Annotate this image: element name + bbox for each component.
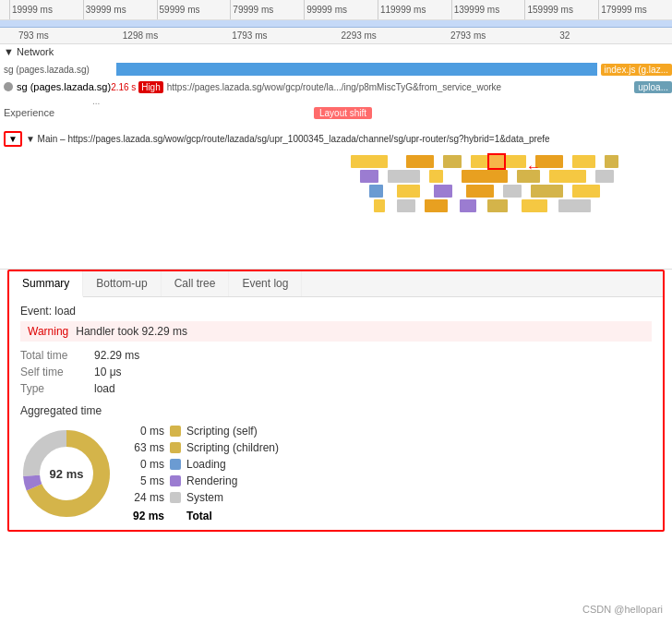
legend-name-4: System: [186, 491, 223, 504]
flame-block[interactable]: [460, 199, 476, 212]
type-val: load: [94, 382, 115, 395]
flame-block[interactable]: [531, 185, 563, 198]
request-url: https://pages.lazada.sg/wow/gcp/route/la…: [167, 82, 630, 92]
flame-block[interactable]: [434, 185, 452, 198]
total-value: 92 ms: [127, 510, 164, 522]
warning-label: Warning: [28, 325, 68, 338]
flame-block[interactable]: [425, 199, 448, 212]
selected-block[interactable]: [487, 153, 506, 170]
flame-block[interactable]: [572, 155, 595, 168]
legend-item-1: 63 ms Scripting (children): [127, 441, 279, 454]
legend-item-0: 0 ms Scripting (self): [127, 425, 279, 438]
tab-call-tree[interactable]: Call tree: [162, 271, 230, 296]
total-label: Total: [186, 510, 212, 522]
flame-block[interactable]: [549, 170, 586, 183]
legend-name-1: Scripting (children): [186, 441, 279, 454]
flame-block[interactable]: [360, 170, 378, 183]
ruler-tick: 19999 ms: [9, 0, 83, 20]
flame-block[interactable]: [374, 199, 385, 212]
timeline-header: 19999 ms 39999 ms 59999 ms 79999 ms 9999…: [0, 0, 672, 20]
legend-name-0: Scripting (self): [186, 425, 258, 438]
selection-bar: [0, 20, 672, 28]
upload-badge: uploa...: [634, 81, 672, 93]
self-time-val: 10 μs: [94, 366, 122, 378]
main-label: ▼ Main – https://pages.lazada.sg/wow/gcp…: [26, 134, 550, 144]
tab-event-log[interactable]: Event log: [229, 271, 302, 296]
aggregated-section: Aggregated time: [20, 404, 652, 522]
ruler-tick: 79999 ms: [230, 0, 304, 20]
self-time-key: Self time: [20, 366, 94, 378]
total-time-val: 92.29 ms: [94, 349, 139, 362]
sg-label: sg (pages.lazada.sg): [4, 65, 114, 75]
collapse-indicator[interactable]: ▼: [4, 131, 22, 147]
legend-item-3: 5 ms Rendering: [127, 474, 279, 487]
flame-block[interactable]: [517, 170, 540, 183]
legend-name-3: Rendering: [186, 474, 237, 487]
self-time-row: Self time 10 μs: [20, 366, 652, 378]
bottom-panel: Summary Bottom-up Call tree Event log Ev…: [7, 270, 665, 532]
request-row: sg (pages.lazada.sg) 2.16 s High https:/…: [0, 79, 672, 94]
legend-swatch-2: [170, 459, 181, 470]
summary-content: Event: load Warning Handler took 92.29 m…: [9, 297, 663, 530]
high-badge: 2.16 s High: [111, 82, 163, 92]
timeline-ruler: 19999 ms 39999 ms 59999 ms 79999 ms 9999…: [9, 0, 672, 20]
sg-bar-row: sg (pages.lazada.sg) index.js (g.laz...: [0, 61, 672, 78]
warning-row: Warning Handler took 92.29 ms: [20, 321, 652, 342]
sg-network-bar: [116, 63, 597, 76]
flame-block[interactable]: [406, 155, 434, 168]
event-title: Event: load: [20, 305, 652, 318]
flame-block[interactable]: [522, 199, 547, 212]
legend: 0 ms Scripting (self) 63 ms Scripting (c…: [127, 425, 279, 522]
flame-block[interactable]: [369, 185, 383, 198]
flame-block[interactable]: [487, 199, 508, 212]
layout-shift-badge: Layout shift: [314, 107, 372, 119]
tab-summary[interactable]: Summary: [9, 271, 83, 297]
legend-swatch-1: [170, 442, 181, 453]
flame-block[interactable]: [605, 155, 618, 168]
ruler-tick: 119999 ms: [378, 0, 451, 20]
tab-bottom-up[interactable]: Bottom-up: [83, 271, 161, 296]
request-label: sg (pages.lazada.sg): [17, 81, 111, 92]
type-key: Type: [20, 382, 94, 395]
flame-block[interactable]: [397, 199, 415, 212]
aggregated-body: 92 ms 0 ms Scripting (self) 63 ms Script…: [20, 425, 652, 522]
flame-block[interactable]: [466, 185, 494, 198]
flame-block[interactable]: [462, 170, 508, 183]
main-section: ▼ ▼ Main – https://pages.lazada.sg/wow/g…: [0, 129, 672, 269]
request-dot: [4, 82, 13, 91]
aggregated-title: Aggregated time: [20, 404, 652, 417]
legend-item-4: 24 ms System: [127, 491, 279, 504]
flame-bars-container: ←: [0, 151, 672, 269]
flame-block[interactable]: [429, 170, 443, 183]
type-row: Type load: [20, 382, 652, 395]
total-row: 92 ms Total: [127, 510, 279, 522]
legend-name-2: Loading: [186, 458, 226, 471]
ruler-tick: 159999 ms: [524, 0, 598, 20]
ruler-tick: 179999 ms: [598, 0, 672, 20]
ruler-tick: 39999 ms: [83, 0, 157, 20]
flame-block[interactable]: [397, 185, 420, 198]
ruler-tick: 59999 ms: [157, 0, 231, 20]
flame-block[interactable]: [595, 170, 614, 183]
legend-value-1: 63 ms: [127, 441, 164, 454]
flame-block[interactable]: [572, 185, 600, 198]
flame-block[interactable]: [503, 185, 522, 198]
donut-label: 92 ms: [50, 467, 84, 481]
network-section: ▼ Network sg (pages.lazada.sg) index.js …: [0, 44, 672, 109]
legend-swatch-3: [170, 475, 181, 486]
flame-block[interactable]: [443, 155, 462, 168]
legend-item-2: 0 ms Loading: [127, 458, 279, 471]
flame-block[interactable]: [388, 170, 420, 183]
legend-value-4: 24 ms: [127, 491, 164, 504]
legend-value-2: 0 ms: [127, 458, 164, 471]
experience-label: Experience: [4, 107, 54, 118]
legend-value-3: 5 ms: [127, 474, 164, 487]
flame-block[interactable]: [558, 199, 591, 212]
ruler-tick: 139999 ms: [451, 0, 525, 20]
network-label: ▼ Network: [4, 46, 54, 57]
main-label-row: ▼ ▼ Main – https://pages.lazada.sg/wow/g…: [0, 129, 672, 149]
flame-block[interactable]: [351, 155, 388, 168]
sub-ruler: 793 ms 1298 ms 1793 ms 2293 ms 2793 ms 3…: [0, 28, 672, 44]
donut-chart: 92 ms: [20, 427, 113, 520]
flame-area: 793 ms 1298 ms 1793 ms 2293 ms 2793 ms 3…: [0, 20, 672, 270]
